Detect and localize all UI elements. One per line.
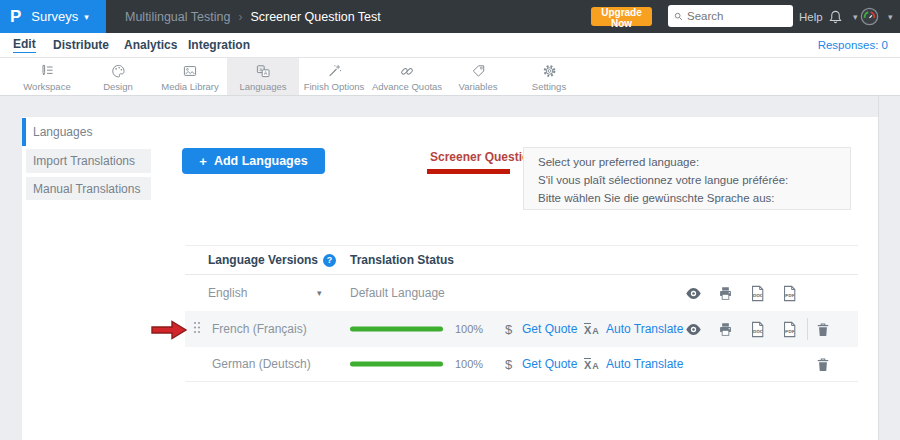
search-icon [674,11,683,22]
design-icon [110,62,127,79]
table-header-row: Language Versions ? Translation Status [185,245,858,275]
upgrade-now-button[interactable]: Upgrade Now [591,7,652,26]
export-doc-icon[interactable]: DOC [748,320,766,338]
view-icon[interactable] [684,320,702,338]
scrollbar-gutter[interactable] [878,96,900,440]
breadcrumb-survey-name: Screener Question Test [250,10,380,24]
delete-icon[interactable] [814,320,832,338]
table-row-english: English ▾ Default Language DOC PDF [185,275,858,311]
tab-edit[interactable]: Edit [13,33,36,57]
responses-count[interactable]: Responses: 0 [818,33,888,57]
drag-handle[interactable] [193,320,201,338]
svg-text:PDF: PDF [785,329,795,334]
get-quote-link[interactable]: Get Quote [522,357,577,371]
breadcrumb: Multilingual Testing › Screener Question… [125,0,381,33]
help-link[interactable]: Help [799,0,823,33]
sidebar-item-manual-translations[interactable]: Manual Translations [26,177,151,200]
translation-progress-bar [350,362,443,367]
auto-translate-link[interactable]: Auto Translate [606,322,683,336]
avatar-gauge-icon [860,7,879,26]
toolbar-item-media-library[interactable]: Media Library [154,58,226,95]
svg-text:DOC: DOC [753,329,763,334]
search-input[interactable] [687,10,787,22]
export-pdf-icon[interactable]: PDF [780,284,798,302]
account-menu[interactable]: ▾ [860,0,893,33]
chevron-down-icon: ▾ [853,12,858,22]
delete-icon[interactable] [814,355,832,373]
table-row-german: German (Deutsch) 100% $ Get Quote XA Aut… [185,347,858,382]
export-doc-icon[interactable]: DOC [748,284,766,302]
screener-question-line: S'il vous plaît sélectionnez votre langu… [538,171,850,189]
chevron-down-icon[interactable]: ▾ [317,288,322,298]
print-icon[interactable] [716,284,734,302]
get-quote-link[interactable]: Get Quote [522,322,577,336]
dollar-icon: $ [505,357,512,372]
toolbar-item-settings[interactable]: Settings [513,58,585,95]
languages-table: Language Versions ? Translation Status E… [185,245,858,382]
svg-text:DOC: DOC [753,293,763,298]
variables-icon [470,62,487,79]
language-name: French (Français) [212,322,307,336]
export-pdf-icon[interactable]: PDF [780,320,798,338]
default-language-select[interactable]: English [208,286,247,300]
translation-progress-bar [350,327,443,332]
toolbar-item-advance-quotas[interactable]: Advance Quotas [371,58,443,95]
sidebar-item-import-translations[interactable]: Import Translations [26,149,151,173]
breadcrumb-folder[interactable]: Multilingual Testing [125,10,230,24]
tab-analytics[interactable]: Analytics [124,33,177,57]
column-translation-status: Translation Status [350,253,454,267]
view-icon[interactable] [684,284,702,302]
top-header: P Surveys ▾ Multilingual Testing › Scree… [0,0,900,33]
workspace-icon [38,62,56,79]
screener-question-box: Select your preferred language: S'il vou… [523,147,851,210]
toolbar-item-workspace[interactable]: Workspace [11,58,83,95]
breadcrumb-separator: › [238,10,242,24]
plus-icon: + [199,154,207,169]
tab-distribute[interactable]: Distribute [53,33,109,57]
notifications-menu[interactable]: ▾ [828,0,858,33]
settings-icon [541,62,558,79]
svg-text:A: A [264,70,268,76]
translate-icon: XA [584,355,599,373]
translate-icon: XA [584,320,599,338]
red-arrow-annotation [150,320,188,344]
chevron-down-icon: ▾ [888,12,893,22]
survey-nav: Edit Distribute Analytics Integration Re… [0,33,900,58]
language-name: German (Deutsch) [212,357,311,371]
toolbar-item-design[interactable]: Design [82,58,154,95]
advance-quotas-icon [398,62,416,79]
dollar-icon: $ [505,322,512,337]
screener-question-line: Select your preferred language: [538,153,850,171]
help-question-icon[interactable]: ? [323,254,336,267]
print-icon[interactable] [716,320,734,338]
chevron-down-icon: ▾ [84,12,89,22]
red-underline-annotation [427,169,510,174]
divider [807,318,808,340]
auto-translate-link[interactable]: Auto Translate [606,357,683,371]
toolbar-item-finish-options[interactable]: Finish Options [298,58,370,95]
finish-options-icon [326,62,343,79]
global-search [668,5,793,27]
translation-percent: 100% [455,358,483,370]
add-languages-button[interactable]: + Add Languages [182,148,325,174]
screener-question-line: Bitte wählen Sie die gewünschte Sprache … [538,189,850,207]
default-language-status: Default Language [350,286,445,300]
product-name: Surveys [31,9,78,24]
toolbar-item-languages[interactable]: xA Languages [227,58,299,95]
bell-icon [828,9,843,25]
sidebar-item-languages[interactable]: Languages [22,118,151,146]
app-window: P Surveys ▾ Multilingual Testing › Scree… [0,0,900,440]
svg-text:PDF: PDF [785,293,795,298]
edit-toolbar: Workspace Design Media Library xA Langua… [0,58,900,96]
media-library-icon [181,62,199,79]
table-row-french: French (Français) 100% $ Get Quote XA Au… [185,311,858,347]
translation-percent: 100% [455,323,483,335]
toolbar-item-variables[interactable]: Variables [442,58,514,95]
column-language-versions: Language Versions ? [208,253,336,267]
tab-integration[interactable]: Integration [188,33,250,57]
surveys-menu[interactable]: P Surveys ▾ [0,0,106,33]
questionpro-logo: P [10,7,21,27]
languages-icon: xA [254,62,272,79]
